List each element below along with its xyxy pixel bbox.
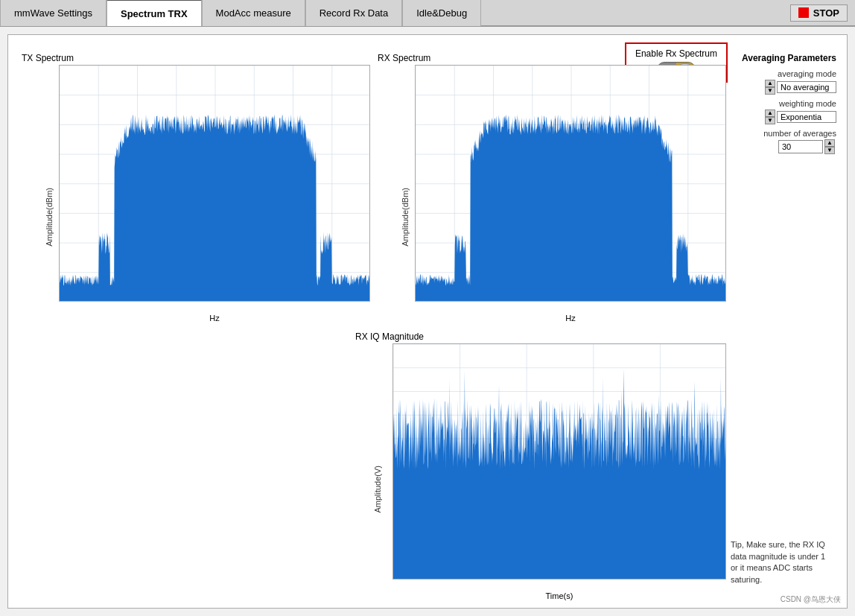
main-content: Enable Rx Spectrum TX Spectrum Amplitude… [7,34,848,609]
stop-button[interactable]: STOP [790,4,848,22]
charts-container: TX Spectrum Amplitude(dBm) -20-40-60-80-… [16,50,839,600]
rx-spectrum-panel: RX Spectrum Amplitude(dBm) -20-40-60-80-… [372,50,728,323]
tx-spectrum-title: TX Spectrum [22,53,370,63]
tab-mmwave[interactable]: mmWave Settings [0,0,107,26]
weighting-mode-up[interactable]: ▲ [765,109,775,117]
rx-iq-chart: 00.10.20.30.40.50.60.70.80.9100.0020.004… [392,343,726,580]
rx-iq-y-label: Amplitude(V) [373,466,382,513]
num-averages-input[interactable] [778,140,823,153]
rx-iq-panel: RX IQ Magnitude Amplitude(V) 00.10.20.30… [349,328,728,601]
tx-y-label: Amplitude(dBm) [45,188,54,247]
num-averages-up[interactable]: ▲ [824,139,835,147]
num-averages-control: ▲ ▼ [731,139,836,154]
tab-spectrum-trx[interactable]: Spectrum TRX [107,0,202,26]
rx-spectrum-area: Amplitude(dBm) -20-40-60-80-100-120-140-… [415,65,726,302]
tip-panel: Tip, Make sure, the RX IQ data magnitude… [728,328,839,601]
rx-iq-x-label: Time(s) [546,591,573,600]
averaging-title: Averaging Parameters [731,53,836,63]
tab-idle-debug[interactable]: Idle&Debug [402,0,481,26]
weighting-mode-down[interactable]: ▼ [765,117,775,124]
rx-iq-area: Amplitude(V) 00.10.20.30.40.50.60.70.80.… [392,343,726,580]
tx-spectrum-area: Amplitude(dBm) -20-40-60-80-100-120-140-… [59,65,370,302]
averaging-mode-control: ▲ ▼ No averaging [731,80,836,95]
weighting-mode-spinners: ▲ ▼ [765,109,775,124]
tab-modacc[interactable]: ModAcc measure [202,0,305,26]
stop-icon [798,7,809,18]
averaging-panel: Averaging Parameters averaging mode ▲ ▼ … [728,50,839,323]
rx-x-label: Hz [565,314,575,323]
tab-bar: mmWave Settings Spectrum TRX ModAcc meas… [0,0,855,27]
averaging-mode-up[interactable]: ▲ [765,80,775,87]
num-averages-spinners: ▲ ▼ [824,139,835,154]
averaging-mode-label: averaging mode [731,69,836,78]
rx-spectrum-chart: -20-40-60-80-100-120-140-160-180-80M-60M… [415,65,726,302]
tx-x-label: Hz [209,314,219,323]
weighting-mode-row: weighting mode ▲ ▼ Exponentia [731,99,836,124]
weighting-mode-value[interactable]: Exponentia [777,111,836,123]
tab-record-rx[interactable]: Record Rx Data [305,0,402,26]
tx-spectrum-chart: -20-40-60-80-100-120-140-160-180-80M-60M… [59,65,370,302]
watermark: CSDN @鸟恩大侠 [781,594,841,605]
tx-spectrum-panel: TX Spectrum Amplitude(dBm) -20-40-60-80-… [16,50,372,323]
rx-iq-title: RX IQ Magnitude [355,331,726,342]
rx-spectrum-title: RX Spectrum [378,53,726,63]
rx-y-label: Amplitude(dBm) [401,188,410,247]
averaging-mode-value[interactable]: No averaging [777,81,836,93]
averaging-mode-row: averaging mode ▲ ▼ No averaging [731,69,836,95]
weighting-mode-label: weighting mode [731,99,836,108]
num-averages-down[interactable]: ▼ [824,147,835,154]
num-averages-label: number of averages [731,129,836,138]
tip-text: Tip, Make sure, the RX IQ data magnitude… [731,539,835,585]
averaging-mode-down[interactable]: ▼ [765,87,775,95]
bottom-charts-row: RX IQ Magnitude Amplitude(V) 00.10.20.30… [16,328,839,601]
averaging-mode-spinners: ▲ ▼ [765,80,775,95]
top-charts-row: TX Spectrum Amplitude(dBm) -20-40-60-80-… [16,50,839,323]
weighting-mode-control: ▲ ▼ Exponentia [731,109,836,124]
num-averages-row: number of averages ▲ ▼ [731,129,836,154]
bottom-spacer-left [16,328,349,601]
